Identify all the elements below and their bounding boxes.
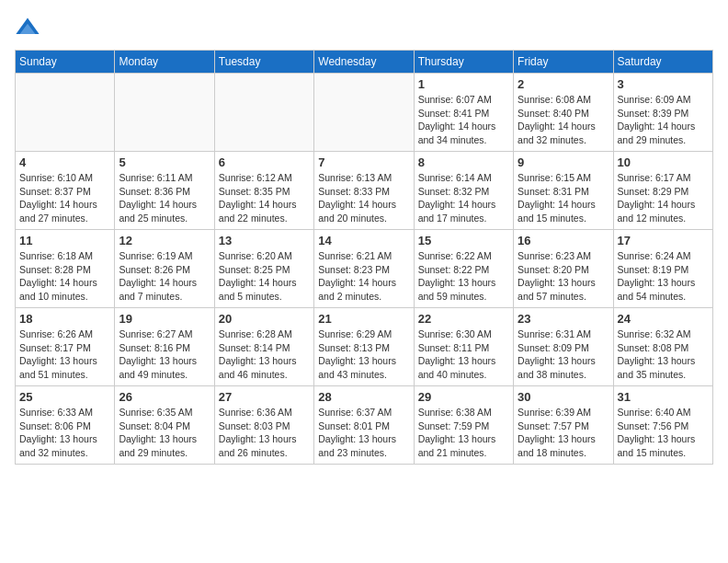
day-info: Sunrise: 6:28 AM Sunset: 8:14 PM Dayligh… (219, 327, 310, 382)
page-header (15, 15, 713, 40)
day-number: 13 (219, 234, 310, 247)
weekday-header: Tuesday (214, 51, 313, 74)
day-number: 2 (518, 77, 609, 91)
logo-icon (15, 15, 40, 40)
day-number: 17 (618, 234, 709, 247)
day-number: 28 (318, 390, 409, 404)
calendar-cell: 25Sunrise: 6:33 AM Sunset: 8:06 PM Dayli… (16, 386, 115, 465)
day-info: Sunrise: 6:11 AM Sunset: 8:36 PM Dayligh… (119, 171, 210, 225)
day-info: Sunrise: 6:39 AM Sunset: 7:57 PM Dayligh… (518, 406, 609, 460)
day-info: Sunrise: 6:27 AM Sunset: 8:16 PM Dayligh… (119, 327, 210, 382)
day-number: 25 (19, 390, 110, 404)
calendar-week-row: 4Sunrise: 6:10 AM Sunset: 8:37 PM Daylig… (16, 152, 713, 230)
day-info: Sunrise: 6:24 AM Sunset: 8:19 PM Dayligh… (618, 249, 709, 304)
weekday-header-row: SundayMondayTuesdayWednesdayThursdayFrid… (16, 51, 713, 74)
day-number: 16 (518, 234, 609, 247)
day-info: Sunrise: 6:38 AM Sunset: 7:59 PM Dayligh… (418, 406, 509, 460)
calendar-cell (115, 74, 214, 152)
calendar-cell: 14Sunrise: 6:21 AM Sunset: 8:23 PM Dayli… (314, 230, 414, 308)
calendar-cell: 8Sunrise: 6:14 AM Sunset: 8:32 PM Daylig… (414, 152, 513, 230)
day-number: 22 (418, 312, 509, 326)
calendar-cell: 6Sunrise: 6:12 AM Sunset: 8:35 PM Daylig… (214, 152, 313, 230)
calendar-cell: 11Sunrise: 6:18 AM Sunset: 8:28 PM Dayli… (16, 230, 115, 308)
day-number: 14 (318, 234, 409, 247)
day-info: Sunrise: 6:40 AM Sunset: 7:56 PM Dayligh… (618, 406, 709, 460)
day-info: Sunrise: 6:10 AM Sunset: 8:37 PM Dayligh… (19, 171, 110, 225)
day-info: Sunrise: 6:37 AM Sunset: 8:01 PM Dayligh… (318, 406, 409, 460)
calendar-cell: 9Sunrise: 6:15 AM Sunset: 8:31 PM Daylig… (514, 152, 613, 230)
day-info: Sunrise: 6:14 AM Sunset: 8:32 PM Dayligh… (418, 171, 509, 225)
calendar-cell: 20Sunrise: 6:28 AM Sunset: 8:14 PM Dayli… (214, 308, 313, 386)
day-number: 6 (219, 155, 310, 169)
day-number: 30 (518, 390, 609, 404)
day-info: Sunrise: 6:29 AM Sunset: 8:13 PM Dayligh… (318, 327, 409, 382)
day-number: 27 (219, 390, 310, 404)
day-number: 1 (418, 77, 509, 91)
day-number: 31 (618, 390, 709, 404)
day-info: Sunrise: 6:20 AM Sunset: 8:25 PM Dayligh… (219, 249, 310, 304)
day-number: 24 (618, 312, 709, 326)
day-number: 23 (518, 312, 609, 326)
calendar-cell: 18Sunrise: 6:26 AM Sunset: 8:17 PM Dayli… (16, 308, 115, 386)
calendar-cell: 19Sunrise: 6:27 AM Sunset: 8:16 PM Dayli… (115, 308, 214, 386)
calendar-table: SundayMondayTuesdayWednesdayThursdayFrid… (15, 50, 713, 465)
calendar-cell: 13Sunrise: 6:20 AM Sunset: 8:25 PM Dayli… (214, 230, 313, 308)
calendar-cell: 31Sunrise: 6:40 AM Sunset: 7:56 PM Dayli… (613, 386, 712, 465)
calendar-cell: 27Sunrise: 6:36 AM Sunset: 8:03 PM Dayli… (214, 386, 313, 465)
day-number: 18 (19, 312, 110, 326)
calendar-cell: 1Sunrise: 6:07 AM Sunset: 8:41 PM Daylig… (414, 74, 513, 152)
day-number: 19 (119, 312, 210, 326)
weekday-header: Monday (115, 51, 214, 74)
day-number: 11 (19, 234, 110, 247)
day-info: Sunrise: 6:23 AM Sunset: 8:20 PM Dayligh… (518, 249, 609, 304)
calendar-cell (314, 74, 414, 152)
day-number: 7 (318, 155, 409, 169)
weekday-header: Thursday (414, 51, 513, 74)
calendar-cell: 22Sunrise: 6:30 AM Sunset: 8:11 PM Dayli… (414, 308, 513, 386)
day-number: 20 (219, 312, 310, 326)
day-info: Sunrise: 6:26 AM Sunset: 8:17 PM Dayligh… (19, 327, 110, 382)
calendar-cell: 23Sunrise: 6:31 AM Sunset: 8:09 PM Dayli… (514, 308, 613, 386)
calendar-cell: 5Sunrise: 6:11 AM Sunset: 8:36 PM Daylig… (115, 152, 214, 230)
calendar-cell: 24Sunrise: 6:32 AM Sunset: 8:08 PM Dayli… (613, 308, 712, 386)
calendar-week-row: 25Sunrise: 6:33 AM Sunset: 8:06 PM Dayli… (16, 386, 713, 465)
calendar-cell: 2Sunrise: 6:08 AM Sunset: 8:40 PM Daylig… (514, 74, 613, 152)
day-number: 5 (119, 155, 210, 169)
day-info: Sunrise: 6:13 AM Sunset: 8:33 PM Dayligh… (318, 171, 409, 225)
calendar-cell: 17Sunrise: 6:24 AM Sunset: 8:19 PM Dayli… (613, 230, 712, 308)
day-info: Sunrise: 6:33 AM Sunset: 8:06 PM Dayligh… (19, 406, 110, 460)
calendar-cell: 4Sunrise: 6:10 AM Sunset: 8:37 PM Daylig… (16, 152, 115, 230)
day-info: Sunrise: 6:07 AM Sunset: 8:41 PM Dayligh… (418, 93, 509, 147)
day-info: Sunrise: 6:21 AM Sunset: 8:23 PM Dayligh… (318, 249, 409, 304)
weekday-header: Saturday (613, 51, 712, 74)
day-number: 26 (119, 390, 210, 404)
day-number: 9 (518, 155, 609, 169)
day-info: Sunrise: 6:31 AM Sunset: 8:09 PM Dayligh… (518, 327, 609, 382)
calendar-week-row: 11Sunrise: 6:18 AM Sunset: 8:28 PM Dayli… (16, 230, 713, 308)
day-info: Sunrise: 6:09 AM Sunset: 8:39 PM Dayligh… (618, 93, 709, 147)
calendar-cell: 16Sunrise: 6:23 AM Sunset: 8:20 PM Dayli… (514, 230, 613, 308)
weekday-header: Sunday (16, 51, 115, 74)
day-number: 29 (418, 390, 509, 404)
calendar-cell: 30Sunrise: 6:39 AM Sunset: 7:57 PM Dayli… (514, 386, 613, 465)
day-number: 12 (119, 234, 210, 247)
day-number: 10 (618, 155, 709, 169)
day-info: Sunrise: 6:36 AM Sunset: 8:03 PM Dayligh… (219, 406, 310, 460)
day-number: 15 (418, 234, 509, 247)
day-number: 3 (618, 77, 709, 91)
logo (15, 15, 44, 40)
calendar-cell: 26Sunrise: 6:35 AM Sunset: 8:04 PM Dayli… (115, 386, 214, 465)
calendar-cell: 21Sunrise: 6:29 AM Sunset: 8:13 PM Dayli… (314, 308, 414, 386)
day-info: Sunrise: 6:35 AM Sunset: 8:04 PM Dayligh… (119, 406, 210, 460)
day-info: Sunrise: 6:32 AM Sunset: 8:08 PM Dayligh… (618, 327, 709, 382)
calendar-cell: 28Sunrise: 6:37 AM Sunset: 8:01 PM Dayli… (314, 386, 414, 465)
day-info: Sunrise: 6:18 AM Sunset: 8:28 PM Dayligh… (19, 249, 110, 304)
calendar-cell: 15Sunrise: 6:22 AM Sunset: 8:22 PM Dayli… (414, 230, 513, 308)
calendar-cell: 3Sunrise: 6:09 AM Sunset: 8:39 PM Daylig… (613, 74, 712, 152)
day-info: Sunrise: 6:12 AM Sunset: 8:35 PM Dayligh… (219, 171, 310, 225)
day-number: 4 (19, 155, 110, 169)
day-info: Sunrise: 6:17 AM Sunset: 8:29 PM Dayligh… (618, 171, 709, 225)
day-number: 21 (318, 312, 409, 326)
day-info: Sunrise: 6:19 AM Sunset: 8:26 PM Dayligh… (119, 249, 210, 304)
day-number: 8 (418, 155, 509, 169)
